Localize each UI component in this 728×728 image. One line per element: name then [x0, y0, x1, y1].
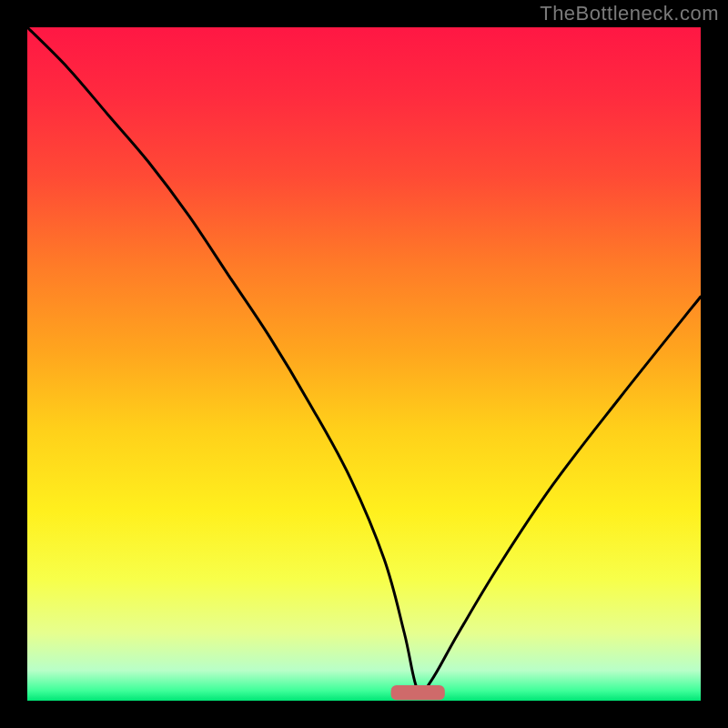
bottleneck-chart	[27, 27, 701, 701]
chart-svg	[27, 27, 701, 701]
optimum-marker	[391, 685, 445, 700]
gradient-background	[27, 27, 701, 701]
watermark-text: TheBottleneck.com	[540, 2, 719, 25]
